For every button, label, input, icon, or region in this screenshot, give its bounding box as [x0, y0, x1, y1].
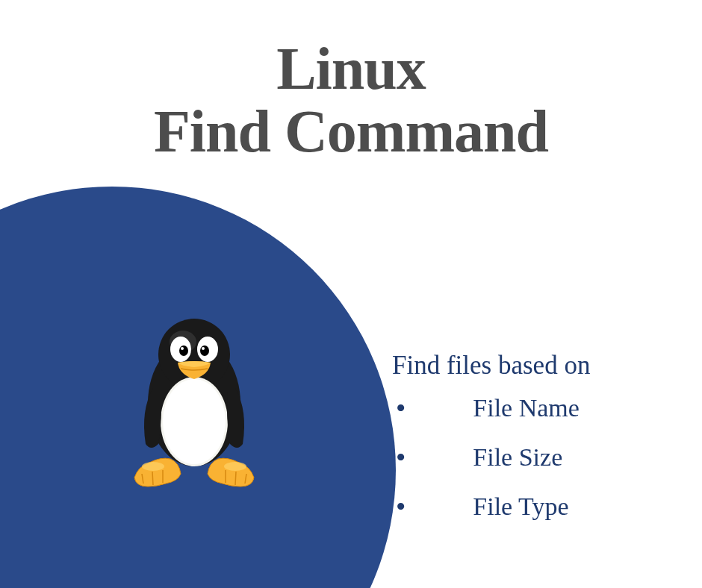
page-title: Linux Find Command — [0, 37, 702, 163]
title-line-2: Find Command — [0, 100, 702, 163]
svg-point-8 — [200, 345, 209, 356]
features-list: File Name File Size File Type — [396, 392, 580, 539]
svg-point-12 — [224, 462, 246, 471]
tux-penguin-icon — [119, 313, 269, 492]
svg-point-7 — [179, 345, 188, 356]
list-item-label: File Type — [473, 492, 568, 521]
list-item: File Type — [396, 490, 580, 523]
list-item-label: File Name — [473, 394, 580, 422]
svg-point-4 — [163, 379, 226, 464]
title-line-1: Linux — [0, 37, 702, 100]
list-item-label: File Size — [473, 443, 562, 472]
svg-point-11 — [142, 462, 164, 471]
svg-point-9 — [181, 347, 184, 350]
svg-point-10 — [202, 347, 205, 350]
list-item: File Size — [396, 441, 580, 474]
subtitle-text: Find files based on — [392, 351, 590, 381]
list-item: File Name — [396, 392, 580, 425]
